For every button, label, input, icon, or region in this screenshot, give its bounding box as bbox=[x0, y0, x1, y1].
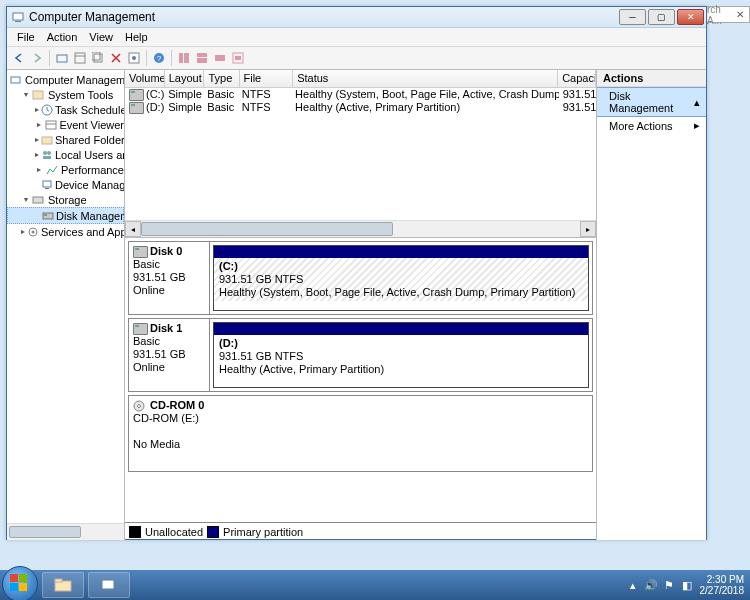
list-item[interactable]: (C:) Simple Basic NTFS Healthy (System, … bbox=[125, 88, 596, 101]
taskbar-explorer[interactable] bbox=[42, 572, 84, 598]
tree-shared-folders[interactable]: ▸Shared Folders bbox=[7, 132, 124, 147]
actions-disk-management[interactable]: Disk Management▴ bbox=[597, 87, 706, 117]
tree-services[interactable]: ▸Services and Applications bbox=[7, 224, 124, 239]
actions-more[interactable]: More Actions▸ bbox=[597, 117, 706, 134]
svg-rect-21 bbox=[46, 121, 56, 129]
menu-action[interactable]: Action bbox=[41, 31, 84, 43]
col-capacity[interactable]: Capacity bbox=[558, 70, 596, 87]
svg-rect-39 bbox=[105, 590, 111, 591]
svg-rect-2 bbox=[57, 55, 67, 62]
help-icon[interactable]: ? bbox=[151, 50, 167, 66]
svg-rect-0 bbox=[13, 13, 23, 20]
tree-task-scheduler[interactable]: ▸Task Scheduler bbox=[7, 102, 124, 117]
svg-rect-14 bbox=[197, 58, 207, 63]
tool-icon[interactable] bbox=[212, 50, 228, 66]
tool-icon[interactable] bbox=[54, 50, 70, 66]
main-panel: Volume Layout Type File System Status Ca… bbox=[125, 70, 596, 540]
col-layout[interactable]: Layout bbox=[165, 70, 205, 87]
tree-performance[interactable]: ▸Performance bbox=[7, 162, 124, 177]
maximize-button[interactable]: ▢ bbox=[648, 9, 675, 25]
svg-rect-6 bbox=[92, 52, 100, 60]
tree-local-users[interactable]: ▸Local Users and Groups bbox=[7, 147, 124, 162]
legend: Unallocated Primary partition bbox=[125, 522, 596, 540]
close-icon: ✕ bbox=[736, 9, 747, 21]
tree-system-tools[interactable]: ▾System Tools bbox=[7, 87, 124, 102]
computer-management-window: Computer Management ─ ▢ ✕ File Action Vi… bbox=[6, 6, 707, 540]
svg-point-25 bbox=[47, 151, 51, 155]
tray-icon[interactable]: ◧ bbox=[680, 578, 694, 592]
svg-point-33 bbox=[32, 230, 35, 233]
tree-storage[interactable]: ▾Storage bbox=[7, 192, 124, 207]
disk-row[interactable]: Disk 1 Basic 931.51 GB Online (D:) 931.5… bbox=[128, 318, 593, 392]
svg-text:?: ? bbox=[157, 54, 162, 63]
col-fs[interactable]: File System bbox=[240, 70, 294, 87]
col-status[interactable]: Status bbox=[293, 70, 558, 87]
tool-icon[interactable] bbox=[230, 50, 246, 66]
drive-icon bbox=[129, 89, 144, 101]
menu-help[interactable]: Help bbox=[119, 31, 154, 43]
svg-point-8 bbox=[132, 56, 136, 60]
svg-rect-11 bbox=[179, 53, 183, 63]
volume-list-header[interactable]: Volume Layout Type File System Status Ca… bbox=[125, 70, 596, 88]
svg-rect-3 bbox=[75, 53, 85, 63]
menubar: File Action View Help bbox=[7, 28, 706, 47]
windows-logo-icon bbox=[10, 574, 28, 592]
tree-hscrollbar[interactable] bbox=[7, 523, 124, 540]
svg-rect-13 bbox=[197, 53, 207, 57]
disk-volume[interactable]: (C:) 931.51 GB NTFS Healthy (System, Boo… bbox=[213, 245, 589, 311]
app-icon bbox=[11, 10, 25, 24]
svg-rect-26 bbox=[43, 156, 51, 159]
list-item[interactable]: (D:) Simple Basic NTFS Healthy (Active, … bbox=[125, 101, 596, 114]
delete-icon[interactable] bbox=[108, 50, 124, 66]
tool-icon[interactable] bbox=[90, 50, 106, 66]
col-volume[interactable]: Volume bbox=[125, 70, 165, 87]
disk-icon bbox=[133, 246, 148, 258]
scroll-left-icon[interactable]: ◂ bbox=[125, 221, 141, 237]
svg-point-24 bbox=[43, 151, 47, 155]
disk-row[interactable]: Disk 0 Basic 931.51 GB Online (C:) 931.5… bbox=[128, 241, 593, 315]
disk-map: Disk 0 Basic 931.51 GB Online (C:) 931.5… bbox=[125, 238, 596, 522]
taskbar[interactable]: ▴ 🔊 ⚑ ◧ 2:30 PM 2/27/2018 bbox=[0, 570, 750, 600]
tool-icon[interactable] bbox=[194, 50, 210, 66]
taskbar-compmgmt[interactable] bbox=[88, 572, 130, 598]
tray-icons[interactable]: ▴ 🔊 ⚑ ◧ bbox=[626, 578, 694, 592]
toolbar: ? bbox=[7, 47, 706, 70]
svg-rect-38 bbox=[102, 580, 114, 589]
close-button[interactable]: ✕ bbox=[677, 9, 704, 25]
svg-rect-19 bbox=[33, 91, 43, 99]
svg-rect-29 bbox=[33, 197, 43, 203]
legend-swatch-primary bbox=[207, 526, 219, 538]
tree-device-manager[interactable]: ▸Device Manager bbox=[7, 177, 124, 192]
menu-view[interactable]: View bbox=[83, 31, 119, 43]
minimize-button[interactable]: ─ bbox=[619, 9, 646, 25]
disk-volume[interactable]: (D:) 931.51 GB NTFS Healthy (Active, Pri… bbox=[213, 322, 589, 388]
svg-rect-37 bbox=[55, 579, 62, 582]
tree-root[interactable]: Computer Management bbox=[7, 72, 124, 87]
titlebar[interactable]: Computer Management ─ ▢ ✕ bbox=[7, 7, 706, 28]
list-hscrollbar[interactable]: ◂ ▸ bbox=[125, 220, 596, 237]
tree-event-viewer[interactable]: ▸Event Viewer bbox=[7, 117, 124, 132]
properties-icon[interactable] bbox=[126, 50, 142, 66]
volume-list[interactable]: (C:) Simple Basic NTFS Healthy (System, … bbox=[125, 88, 596, 220]
scroll-right-icon[interactable]: ▸ bbox=[580, 221, 596, 237]
menu-file[interactable]: File bbox=[11, 31, 41, 43]
svg-rect-17 bbox=[235, 56, 241, 60]
tool-icon[interactable] bbox=[72, 50, 88, 66]
window-title: Computer Management bbox=[29, 10, 619, 24]
col-type[interactable]: Type bbox=[204, 70, 239, 87]
svg-rect-28 bbox=[45, 188, 49, 189]
back-button[interactable] bbox=[11, 50, 27, 66]
disk-row[interactable]: CD-ROM 0 CD-ROM (E:) No Media bbox=[128, 395, 593, 472]
tree-disk-management[interactable]: ▸Disk Management bbox=[7, 207, 124, 224]
show-hidden-icon[interactable]: ▴ bbox=[626, 578, 640, 592]
tool-icon[interactable] bbox=[176, 50, 192, 66]
start-button[interactable] bbox=[2, 566, 38, 600]
clock[interactable]: 2:30 PM 2/27/2018 bbox=[700, 574, 745, 596]
nav-tree[interactable]: Computer Management ▾System Tools ▸Task … bbox=[7, 70, 125, 540]
background-search-fragment: rch A...✕ bbox=[704, 6, 750, 23]
tray-icon[interactable]: ⚑ bbox=[662, 578, 676, 592]
forward-button[interactable] bbox=[29, 50, 45, 66]
svg-rect-23 bbox=[42, 137, 52, 144]
volume-icon[interactable]: 🔊 bbox=[644, 578, 658, 592]
legend-swatch-unallocated bbox=[129, 526, 141, 538]
